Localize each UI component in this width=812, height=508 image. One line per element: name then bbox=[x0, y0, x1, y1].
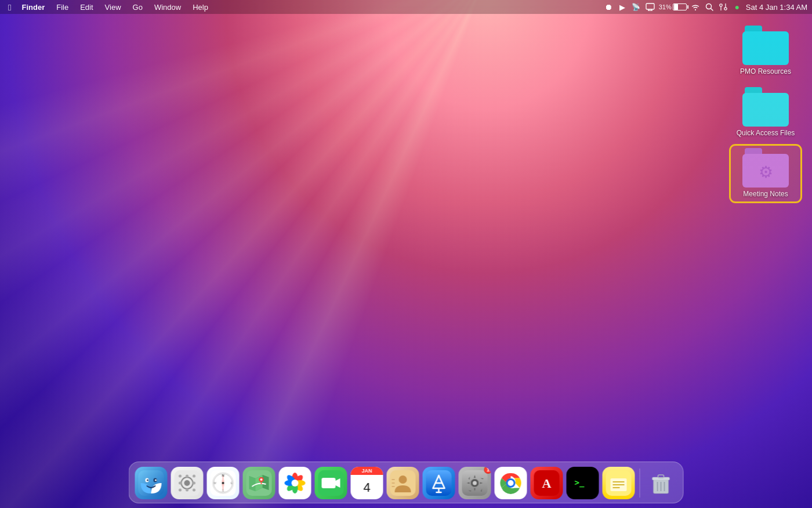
dock-appstore[interactable] bbox=[423, 467, 455, 499]
dock-facetime[interactable] bbox=[315, 467, 347, 499]
pmo-resources-label: PMO Resources bbox=[740, 67, 791, 77]
dock-divider bbox=[640, 469, 640, 498]
go-menu[interactable]: Go bbox=[128, 2, 147, 13]
svg-text:>_: >_ bbox=[575, 478, 585, 488]
dock-system-prefs[interactable]: 1 bbox=[459, 467, 491, 499]
view-menu[interactable]: View bbox=[100, 2, 126, 13]
finder-menu[interactable]: Finder bbox=[17, 2, 49, 13]
dock: N S W E bbox=[129, 462, 684, 503]
dock-notes[interactable] bbox=[603, 467, 635, 499]
svg-point-21 bbox=[186, 475, 188, 478]
svg-point-25 bbox=[179, 489, 182, 492]
control-center-icon[interactable] bbox=[718, 2, 728, 12]
screen-record-icon[interactable]: ⏺ bbox=[603, 2, 614, 12]
dock-calendar[interactable]: JAN 4 bbox=[351, 467, 383, 499]
svg-point-52 bbox=[292, 480, 299, 487]
svg-point-16 bbox=[155, 480, 157, 481]
folder-icon-meeting-notes: ⚙ bbox=[742, 148, 789, 188]
desktop:  Finder File Edit View Go Window Help ⏺… bbox=[0, 0, 812, 508]
menubar-left:  Finder File Edit View Go Window Help bbox=[5, 1, 213, 13]
wifi-icon[interactable] bbox=[690, 2, 701, 12]
svg-line-6 bbox=[710, 9, 713, 11]
svg-point-7 bbox=[720, 4, 722, 6]
svg-point-20 bbox=[179, 475, 182, 478]
svg-text:A: A bbox=[542, 476, 552, 491]
dock-finder[interactable] bbox=[135, 467, 168, 499]
svg-point-4 bbox=[695, 9, 696, 10]
svg-point-34 bbox=[222, 482, 224, 484]
menubar:  Finder File Edit View Go Window Help ⏺… bbox=[0, 0, 812, 14]
desktop-icon-pmo-resources[interactable]: PMO Resources bbox=[731, 23, 800, 79]
svg-point-67 bbox=[473, 481, 477, 485]
svg-point-9 bbox=[724, 8, 727, 10]
help-menu[interactable]: Help bbox=[188, 2, 213, 13]
folder-icon-pmo bbox=[742, 26, 789, 65]
svg-point-57 bbox=[399, 475, 407, 484]
edit-menu[interactable]: Edit bbox=[75, 2, 97, 13]
dock-safari[interactable]: N S W E bbox=[207, 467, 240, 499]
svg-rect-11 bbox=[139, 470, 164, 496]
dock-chrome[interactable] bbox=[495, 467, 527, 499]
svg-point-27 bbox=[193, 489, 195, 492]
play-icon[interactable]: ▶ bbox=[617, 2, 628, 12]
battery-percent: 31% bbox=[659, 3, 672, 10]
menubar-right: ⏺ ▶ 📡 31% bbox=[603, 2, 807, 12]
dock-launchpad[interactable] bbox=[171, 467, 204, 499]
datetime: Sat 4 Jan 1:34 AM bbox=[746, 3, 807, 12]
display-icon[interactable] bbox=[645, 2, 655, 12]
dock-trash[interactable] bbox=[645, 467, 677, 499]
desktop-icon-quick-access[interactable]: Quick Access Files bbox=[731, 85, 800, 140]
apple-menu[interactable]:  bbox=[5, 1, 14, 13]
svg-point-14 bbox=[147, 480, 148, 481]
dock-terminal[interactable]: >_ bbox=[567, 467, 599, 499]
folder-icon-quick-access bbox=[742, 87, 789, 127]
desktop-icons: PMO Resources Quick Access Files ⚙ Meeti… bbox=[731, 23, 800, 201]
airplay-icon[interactable]: 📡 bbox=[631, 2, 641, 12]
svg-rect-54 bbox=[322, 478, 336, 488]
dock-photos[interactable] bbox=[279, 467, 311, 499]
sysprefs-badge: 1 bbox=[484, 467, 491, 474]
svg-point-26 bbox=[186, 489, 188, 492]
notification-icon[interactable]: ● bbox=[732, 2, 742, 12]
file-menu[interactable]: File bbox=[52, 2, 73, 13]
quick-access-label: Quick Access Files bbox=[737, 129, 795, 138]
window-menu[interactable]: Window bbox=[150, 2, 186, 13]
meeting-notes-label: Meeting Notes bbox=[743, 190, 788, 199]
battery-indicator[interactable]: 31% bbox=[659, 3, 687, 10]
dock-contacts[interactable] bbox=[387, 467, 419, 499]
svg-point-23 bbox=[179, 482, 182, 485]
svg-text:N: N bbox=[222, 474, 224, 477]
search-icon[interactable] bbox=[704, 2, 715, 12]
svg-point-19 bbox=[184, 480, 190, 486]
svg-point-24 bbox=[193, 482, 195, 485]
battery-icon bbox=[673, 3, 687, 10]
svg-point-41 bbox=[260, 478, 263, 481]
svg-rect-86 bbox=[658, 475, 664, 478]
desktop-icon-meeting-notes[interactable]: ⚙ Meeting Notes bbox=[731, 146, 800, 201]
svg-point-71 bbox=[508, 480, 514, 486]
dock-acrobat[interactable]: A bbox=[531, 467, 563, 499]
svg-point-22 bbox=[193, 475, 195, 478]
dock-maps[interactable] bbox=[243, 467, 276, 499]
gear-decoration: ⚙ bbox=[759, 163, 773, 182]
svg-text:W: W bbox=[213, 481, 216, 485]
svg-rect-0 bbox=[646, 3, 654, 9]
